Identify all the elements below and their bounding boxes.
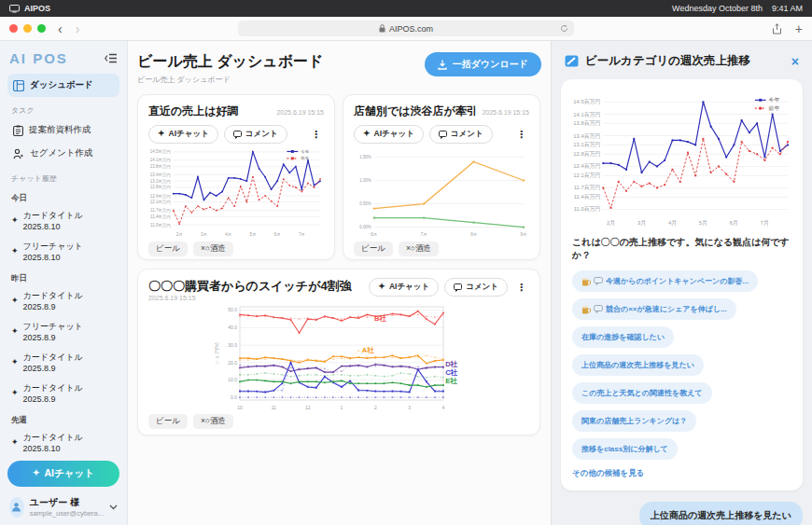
suggestion-chip[interactable]: この売上と天気との関連性を教えて	[572, 382, 712, 404]
svg-text:12.8百万円: 12.8百万円	[150, 186, 171, 190]
chat-history-list[interactable]: 今日 ✦カードタイトル 2025.8.10 ✦フリーチャット 2025.8.10…	[7, 187, 119, 453]
svg-text:13.8百万円: 13.8百万円	[573, 120, 600, 126]
ai-chat-pill-button[interactable]: ✦AIチャット	[369, 278, 439, 297]
svg-text:7月: 7月	[421, 232, 427, 237]
svg-text:7月: 7月	[761, 220, 769, 227]
tag-brewery[interactable]: ×○酒造	[193, 414, 233, 429]
svg-text:9月: 9月	[521, 232, 527, 237]
suggestion-chip[interactable]: 今週からのポイントキャンペーンの影響...	[572, 270, 758, 292]
share-icon[interactable]	[772, 23, 782, 35]
svg-text:12.8百万円: 12.8百万円	[573, 151, 600, 157]
ai-chat-pill-button[interactable]: ✦AIチャット	[354, 125, 424, 144]
sidebar-item-dashboard[interactable]: ダッシュボード	[7, 74, 119, 97]
beer-icon	[581, 277, 591, 286]
suggestion-chip[interactable]: 在庫の進捗を確認したい	[572, 326, 674, 348]
chevron-down-icon[interactable]	[109, 504, 118, 510]
minimize-window-button[interactable]	[23, 24, 32, 33]
chat-history-item[interactable]: ✦カードタイトル 2025.8.9	[7, 347, 119, 378]
collapse-sidebar-icon[interactable]	[105, 53, 118, 63]
svg-text:0.50%: 0.50%	[359, 201, 371, 206]
svg-text:D社: D社	[445, 360, 457, 368]
sidebar: AI POS ダッシュボード タスク 提案前資料作成 セグメント作成 チャット履…	[0, 41, 128, 525]
suggestion-chip[interactable]: 競合の××が急速にシェアを伸ばし...	[572, 298, 736, 320]
suggestion-chip[interactable]: 関東の店舗売上ランキングは？	[572, 410, 696, 432]
svg-text:13.1百万円: 13.1百万円	[150, 179, 171, 184]
card-panel-icon	[565, 55, 579, 67]
svg-text:10.0: 10.0	[228, 377, 237, 382]
menubar-app-name[interactable]: AIPOS	[24, 4, 672, 13]
svg-text:5月: 5月	[249, 232, 256, 237]
url-text: AIPOS.com	[389, 24, 433, 34]
zoom-window-button[interactable]	[37, 24, 46, 33]
history-group-label: 先週	[11, 415, 116, 426]
menubar-date: Wednesday October 8th	[672, 4, 763, 13]
forward-button[interactable]: ›	[76, 22, 80, 35]
line-chart-maker-share: 50.040.030.020.010.00.01011121234シェア(%)B…	[148, 301, 529, 411]
chat-history-item[interactable]: ✦カードタイトル 2025.8.10	[7, 427, 119, 453]
svg-text:A社: A社	[362, 346, 374, 354]
clipboard-icon	[13, 125, 23, 136]
card-timestamp: 2025.6.19 15:15	[482, 109, 529, 116]
address-bar[interactable]: AIPOS.com	[238, 21, 574, 36]
chat-thread[interactable]: 14.5百万円14.1百万円13.8百万円13.4百万円13.1百万円12.8百…	[552, 77, 812, 525]
suggestion-chip[interactable]: 上位商品の週次売上推移を見たい	[572, 354, 704, 376]
new-tab-button[interactable]: +	[795, 21, 803, 36]
sparkle-icon: ✦	[11, 388, 19, 397]
svg-text:E社: E社	[445, 377, 457, 385]
chart-card-recent-sales: 直近の売上は好調 2025.6.19 15:15 ✦AIチャット コメント ⋮ …	[137, 94, 335, 260]
menubar-time: 9:41 AM	[772, 4, 803, 13]
kebab-menu-icon[interactable]: ⋮	[308, 129, 324, 141]
card-timestamp: 2025.6.19 15:15	[276, 109, 324, 116]
chat-history-item[interactable]: ✦カードタイトル 2025.8.10	[7, 205, 119, 236]
suggestion-chip[interactable]: 推移をclass別に分解して	[572, 438, 678, 460]
tag-brewery[interactable]: ×○酒造	[193, 242, 233, 256]
svg-text:50.0: 50.0	[228, 307, 237, 312]
svg-text:14.5百万円: 14.5百万円	[573, 99, 600, 104]
chat-history-item[interactable]: ✦カードタイトル 2025.8.9	[7, 378, 119, 408]
macos-menubar: AIPOS Wednesday October 8th 9:41 AM	[0, 0, 812, 17]
tag-beer[interactable]: ビール	[148, 242, 188, 256]
svg-text:1.50%: 1.50%	[359, 155, 371, 159]
svg-text:シェア(%): シェア(%)	[214, 342, 219, 364]
comment-pill-button[interactable]: コメント	[224, 125, 287, 144]
svg-text:30.0: 30.0	[228, 342, 237, 348]
sidebar-item-proposal-doc[interactable]: 提案前資料作成	[7, 118, 119, 142]
svg-text:14.1百万円: 14.1百万円	[150, 158, 171, 162]
comment-icon	[233, 131, 242, 139]
svg-text:2月: 2月	[607, 220, 615, 227]
comment-pill-button[interactable]: コメント	[444, 278, 508, 297]
chat-history-item[interactable]: ✦フリーチャット 2025.8.9	[7, 316, 119, 347]
chat-history-item[interactable]: ✦カードタイトル 2025.8.9	[7, 285, 119, 316]
tag-beer[interactable]: ビール	[148, 414, 188, 429]
svg-text:11.0百万円: 11.0百万円	[574, 206, 601, 212]
close-window-button[interactable]	[9, 24, 18, 33]
svg-text:4: 4	[442, 405, 445, 410]
ai-chat-pill-button[interactable]: ✦AIチャット	[148, 125, 218, 144]
comment-pill-button[interactable]: コメント	[429, 125, 493, 144]
svg-text:11.4百万円: 11.4百万円	[150, 214, 171, 219]
close-icon[interactable]: ×	[791, 55, 799, 68]
svg-text:6月: 6月	[371, 232, 377, 237]
chart-card-switch-share: 〇〇〇購買者からのスイッチが4割強 2025.6.19 15:15 ✦AIチャッ…	[137, 269, 540, 435]
back-button[interactable]: ‹	[58, 22, 63, 35]
kebab-menu-icon[interactable]: ⋮	[513, 282, 529, 294]
tag-beer[interactable]: ビール	[354, 242, 393, 256]
display-icon	[9, 5, 20, 13]
see-more-link[interactable]: その他の候補を見る	[572, 468, 645, 479]
svg-text:12.4百万円: 12.4百万円	[573, 163, 600, 169]
sparkle-icon: ✦	[11, 437, 19, 447]
bulk-download-button[interactable]: 一括ダウンロード	[425, 52, 541, 76]
ai-chat-button[interactable]: ✦ AIチャット	[7, 461, 119, 487]
user-message-bubble: 上位商品の週次売上推移を見たい	[639, 502, 803, 525]
tag-brewery[interactable]: ×○酒造	[399, 242, 439, 256]
screen: AIPOS Wednesday October 8th 9:41 AM ‹ › …	[0, 0, 812, 525]
chat-history-item[interactable]: ✦フリーチャット 2025.8.10	[7, 236, 119, 267]
user-menu[interactable]: ユーザー 様 sample_user@cybera...	[7, 496, 119, 518]
reload-icon[interactable]	[560, 24, 568, 33]
svg-text:11.7百万円: 11.7百万円	[150, 208, 171, 213]
sidebar-item-segment[interactable]: セグメント作成	[7, 142, 119, 165]
svg-text:10: 10	[237, 405, 243, 410]
kebab-menu-icon[interactable]: ⋮	[513, 129, 529, 141]
svg-text:0.00%: 0.00%	[359, 225, 371, 229]
svg-text:3月: 3月	[637, 220, 646, 227]
